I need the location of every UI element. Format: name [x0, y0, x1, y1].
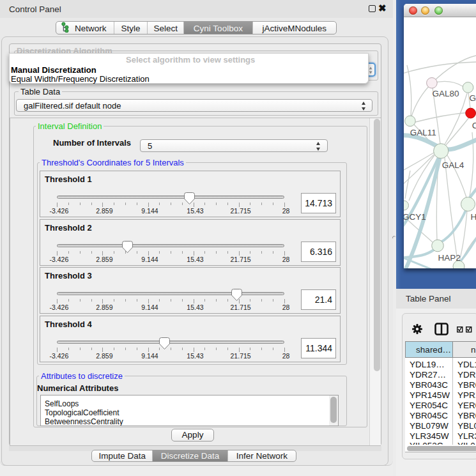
svg-text:GAL4: GAL4	[442, 160, 464, 170]
svg-text:H: H	[471, 212, 476, 222]
svg-text:GAL11: GAL11	[410, 128, 436, 137]
svg-text:HAP2: HAP2	[438, 253, 461, 263]
svg-text:GCY1: GCY1	[404, 212, 426, 222]
svg-text:GAL80: GAL80	[432, 89, 459, 98]
svg-text:C: C	[472, 121, 476, 130]
svg-text:GAL: GAL	[470, 93, 476, 103]
